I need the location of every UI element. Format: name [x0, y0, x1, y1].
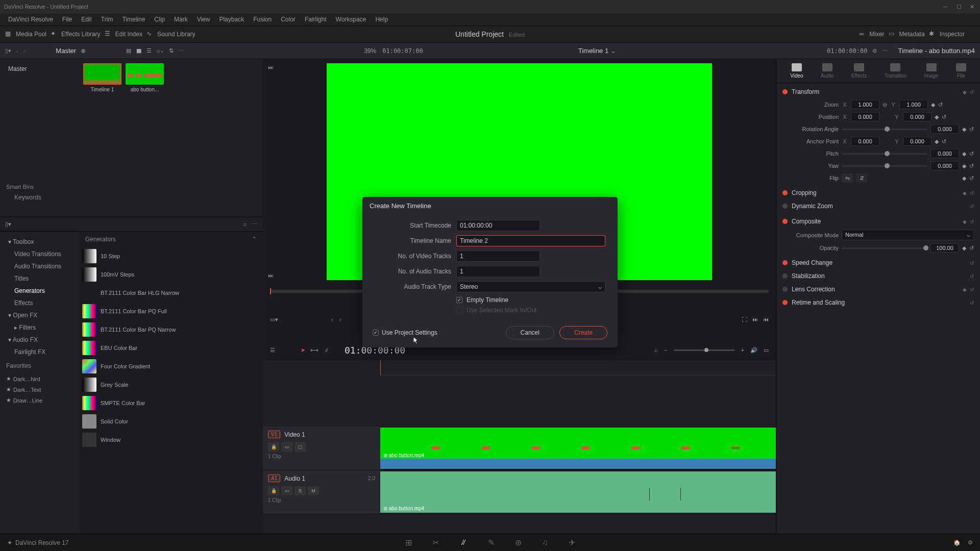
mute-button[interactable]: M: [308, 486, 319, 495]
reset-icon[interactable]: ↺: [969, 151, 974, 157]
tab-effects[interactable]: Effects: [851, 63, 867, 79]
tab-file[interactable]: File: [956, 63, 966, 79]
prev-clip-icon[interactable]: ⏮: [763, 316, 769, 322]
menu-item[interactable]: Mark: [170, 15, 192, 24]
panel-dropdown-icon[interactable]: ▯▾: [5, 221, 11, 228]
pitch-slider[interactable]: [842, 153, 927, 155]
bypass-icon[interactable]: ⊘: [872, 47, 877, 54]
viewer-zoom[interactable]: 39%: [364, 47, 376, 55]
keyframe-icon[interactable]: ◆: [931, 102, 935, 108]
more-icon[interactable]: ⋯: [179, 47, 184, 54]
keyframe-icon[interactable]: ◆: [963, 190, 967, 196]
timeline-view-icon[interactable]: ☰: [270, 347, 275, 354]
search-icon[interactable]: ⌕: [243, 221, 247, 228]
yaw-input[interactable]: 0.000: [930, 161, 959, 170]
bin-dropdown-icon[interactable]: ▯▾: [5, 47, 11, 54]
lock-icon[interactable]: 🔒: [268, 442, 279, 452]
zoom-out-icon[interactable]: −: [664, 347, 667, 353]
reset-icon[interactable]: ↺: [970, 260, 974, 266]
transform-enable[interactable]: [782, 89, 788, 94]
trim-tool-icon[interactable]: ⫽: [324, 347, 329, 353]
view-strip-icon[interactable]: ▤: [126, 47, 131, 54]
keyframe-icon[interactable]: ◆: [962, 175, 966, 182]
generator-item[interactable]: Solid Color: [79, 412, 263, 431]
page-fairlight[interactable]: ♫: [542, 538, 548, 547]
favorite-item[interactable]: ★ Dark…hird: [2, 373, 77, 384]
zoom-in-icon[interactable]: +: [741, 347, 744, 353]
page-fusion[interactable]: ✎: [488, 538, 495, 547]
more-icon[interactable]: ⋯: [882, 47, 888, 54]
generator-item[interactable]: 100mV Steps: [79, 265, 263, 284]
audio-type-select[interactable]: Stereo⌵: [456, 281, 605, 292]
keyframe-icon[interactable]: ◆: [935, 114, 939, 120]
cat-openfx[interactable]: ▾ Open FX: [2, 309, 77, 321]
menu-item[interactable]: Fairlight: [301, 15, 331, 24]
arrow-tool-icon[interactable]: ➤: [301, 347, 305, 354]
more-icon[interactable]: ⋯: [252, 221, 258, 228]
next-edit-icon[interactable]: ›: [339, 316, 341, 322]
maximize-icon[interactable]: ☐: [957, 4, 963, 10]
effects-library-toggle[interactable]: ✦Effects Library: [51, 30, 100, 38]
menu-item[interactable]: Color: [277, 15, 300, 24]
tab-transition[interactable]: Transition: [885, 63, 907, 79]
reset-icon[interactable]: ↺: [938, 102, 943, 108]
track-header-v1[interactable]: V1Video 1 🔒 ▭ ▢ 1 Clip: [263, 427, 380, 470]
anchor-y-input[interactable]: 0.000: [903, 137, 932, 146]
clip-thumb[interactable]: Timeline 1: [83, 63, 121, 92]
view-grid-icon[interactable]: ▦: [136, 47, 141, 54]
reset-icon[interactable]: ↺: [970, 219, 974, 224]
reset-icon[interactable]: ↺: [970, 190, 974, 196]
generator-item[interactable]: Window: [79, 431, 263, 449]
step-forward-icon[interactable]: ⏭: [268, 272, 274, 279]
smart-bin-keywords[interactable]: Keywords: [4, 192, 75, 203]
search-icon[interactable]: ⌕: [654, 347, 658, 353]
audio-tracks-input[interactable]: [456, 266, 540, 277]
menu-item[interactable]: Timeline: [118, 15, 149, 24]
keyframe-icon[interactable]: ◆: [962, 245, 966, 252]
auto-select-icon[interactable]: ▭: [281, 486, 292, 495]
reset-icon[interactable]: ↺: [969, 126, 974, 133]
link-icon[interactable]: ⊖: [883, 102, 887, 108]
page-deliver[interactable]: ✈: [569, 538, 575, 547]
keyframe-icon[interactable]: ◆: [963, 89, 967, 95]
keyframe-icon[interactable]: ◆: [962, 126, 966, 133]
empty-timeline-checkbox[interactable]: [456, 297, 462, 303]
menu-item[interactable]: Trim: [97, 15, 117, 24]
reset-icon[interactable]: ↺: [942, 114, 946, 120]
step-forward-icon[interactable]: ⏭: [268, 64, 274, 70]
gear-icon[interactable]: ⚙: [968, 539, 973, 546]
keyframe-icon[interactable]: ◆: [963, 219, 967, 224]
metadata-toggle[interactable]: ▭Metadata: [889, 30, 925, 38]
auto-select-icon[interactable]: ▭: [281, 442, 292, 452]
cat-titles[interactable]: Titles: [2, 272, 77, 285]
search-icon[interactable]: ⌕▾: [157, 47, 164, 54]
cat-toolbox[interactable]: ▾ Toolbox: [2, 236, 77, 248]
reset-icon[interactable]: ↺: [969, 245, 974, 252]
page-color[interactable]: ⊛: [515, 538, 522, 547]
menu-item[interactable]: Workspace: [332, 15, 371, 24]
track-badge[interactable]: A1: [268, 474, 280, 482]
volume-icon[interactable]: 🔊: [750, 347, 757, 354]
generator-item[interactable]: Four Color Gradient: [79, 357, 263, 375]
page-cut[interactable]: ✂: [432, 538, 439, 547]
pos-x-input[interactable]: 0.000: [851, 112, 879, 121]
media-pool-toggle[interactable]: ▦Media Pool: [5, 30, 46, 38]
next-clip-icon[interactable]: ⏭: [752, 316, 758, 322]
inspector-toggle[interactable]: ✱Inspector: [929, 30, 965, 38]
video-tracks-input[interactable]: [456, 251, 540, 262]
collapse-icon[interactable]: ⌃: [252, 236, 257, 243]
use-project-settings-checkbox[interactable]: [373, 330, 379, 336]
flip-v-button[interactable]: ⇵: [856, 173, 867, 183]
opacity-slider[interactable]: [842, 247, 927, 249]
view-list-icon[interactable]: ☰: [146, 47, 152, 54]
prev-edit-icon[interactable]: ‹: [331, 316, 333, 322]
stab-enable[interactable]: [782, 273, 788, 279]
start-timecode-input[interactable]: [456, 220, 540, 231]
menu-item[interactable]: Fusion: [249, 15, 276, 24]
speed-enable[interactable]: [782, 260, 788, 265]
keyframe-icon[interactable]: ◆: [962, 163, 966, 169]
generator-item[interactable]: BT.2111 Color Bar PQ Narrow: [79, 320, 263, 339]
create-button[interactable]: Create: [559, 326, 607, 339]
mixer-toggle[interactable]: ⫘Mixer: [859, 30, 884, 38]
cat-audiofx[interactable]: ▾ Audio FX: [2, 334, 77, 346]
